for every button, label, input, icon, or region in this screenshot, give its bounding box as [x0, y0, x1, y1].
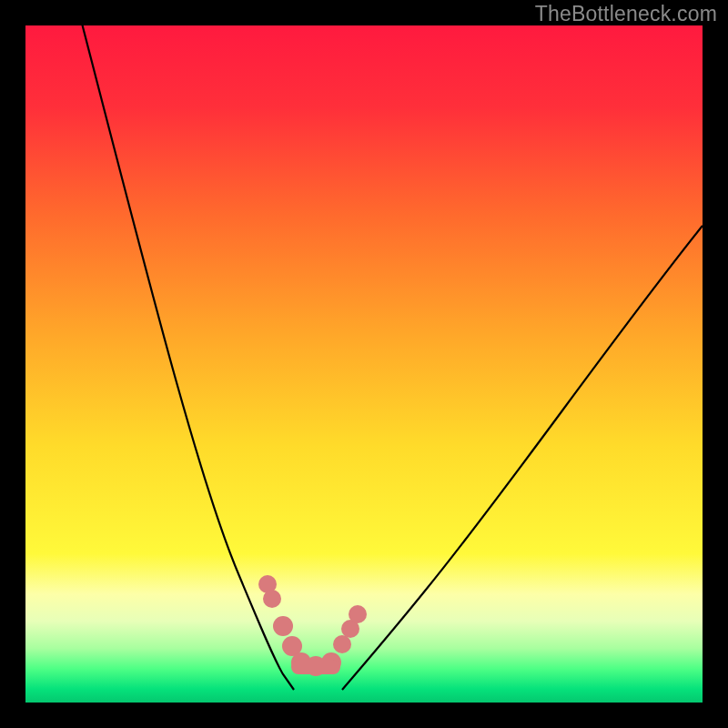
trough-bar [291, 660, 340, 674]
data-marker [273, 616, 293, 636]
data-marker [349, 605, 367, 623]
data-marker [263, 590, 281, 608]
watermark-text: TheBottleneck.com [535, 2, 717, 26]
data-marker [333, 635, 351, 653]
curve-layer [25, 25, 703, 703]
right-curve [342, 226, 703, 690]
chart-frame: TheBottleneck.com [0, 0, 728, 728]
plot-area [25, 25, 703, 703]
